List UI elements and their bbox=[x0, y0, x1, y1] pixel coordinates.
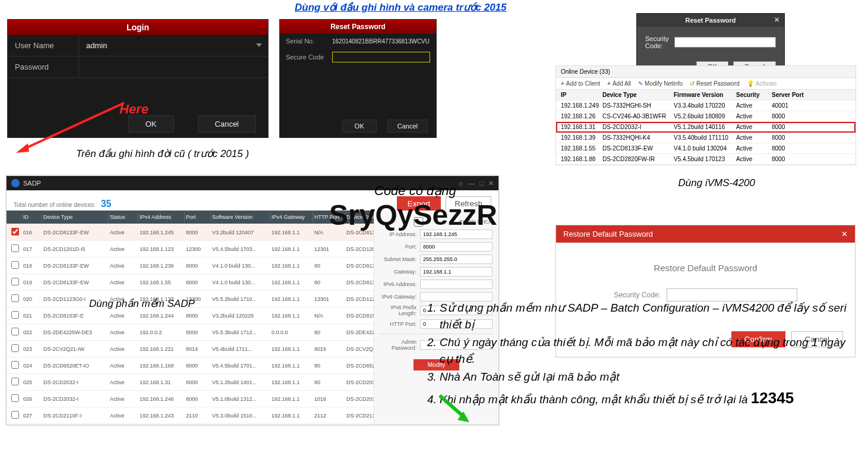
minimize-icon[interactable]: — bbox=[468, 180, 475, 187]
maximize-icon[interactable]: □ bbox=[479, 180, 484, 187]
login-ok-button[interactable]: OK bbox=[128, 115, 174, 133]
cell: 192.0.0.2 bbox=[138, 328, 185, 337]
plus-icon: + bbox=[561, 80, 564, 87]
modify-netinfo-button[interactable]: ✎Modify Netinfo bbox=[638, 80, 683, 87]
col-port[interactable]: Server Port bbox=[772, 92, 807, 98]
cell: 192.168.1.1 bbox=[270, 378, 313, 387]
mask-input[interactable] bbox=[420, 255, 493, 264]
username-input[interactable]: admin bbox=[79, 35, 268, 56]
sadp-col-6[interactable]: Software Version bbox=[211, 212, 270, 222]
sadp-col-5[interactable]: Port bbox=[185, 212, 211, 222]
close-icon[interactable]: ✕ bbox=[774, 16, 779, 24]
row-checkbox[interactable] bbox=[11, 278, 19, 285]
cell-sec: Active bbox=[736, 134, 772, 141]
cell: 192.168.1.236 bbox=[138, 261, 185, 271]
headline-link[interactable]: Dùng với đầu ghi hình và camera trước 20… bbox=[295, 1, 507, 14]
instruction-1: Sử dụng phần mềm như SADP – Batch Config… bbox=[440, 300, 856, 332]
row-checkbox[interactable] bbox=[11, 394, 19, 402]
table-row[interactable]: 028DS-2CD2820FW-IRActive192.168.1.888000… bbox=[7, 424, 374, 425]
login-cancel-button[interactable]: Cancel bbox=[198, 115, 256, 133]
cell: Active bbox=[109, 228, 138, 237]
instruction-3: Nhà An Toàn sẽ gửi lại mã bảo mật bbox=[440, 369, 856, 385]
table-row[interactable]: 017DS-2CD1201D-I5Active192.168.1.1231230… bbox=[7, 241, 374, 258]
cell: DS-2CD6520ET-IO bbox=[42, 361, 109, 370]
security-code-input[interactable] bbox=[674, 37, 776, 48]
cell: V5.1.2build 1401... bbox=[211, 378, 270, 387]
cell: 020 bbox=[22, 294, 42, 304]
sadp-col-7[interactable]: IPv4 Gateway bbox=[270, 212, 313, 222]
row-checkbox[interactable] bbox=[11, 244, 19, 252]
row-checkbox[interactable] bbox=[11, 361, 19, 369]
sadp-col-1[interactable]: ID bbox=[22, 212, 42, 222]
row-checkbox[interactable] bbox=[11, 411, 19, 419]
table-row[interactable]: 023DS-2CV2Q21-IWActive192.168.1.2218014V… bbox=[7, 341, 374, 357]
table-row[interactable]: 025DS-2CD2032-IActive192.168.1.318000V5.… bbox=[7, 374, 374, 391]
col-security[interactable]: Security bbox=[736, 92, 772, 98]
table-row[interactable]: 192.168.1.249DS-7332HGHI-SHV3.3.4build 1… bbox=[556, 101, 856, 111]
table-row[interactable]: 027DS-2CD2110F-IActive192.168.1.2432110V… bbox=[7, 407, 374, 424]
row-checkbox[interactable] bbox=[11, 311, 19, 319]
activate-button[interactable]: 💡Activate bbox=[747, 80, 777, 87]
ipv6a-input[interactable] bbox=[420, 280, 493, 289]
sun-icon[interactable]: ☼ bbox=[457, 180, 463, 187]
col-ip[interactable]: IP bbox=[561, 92, 602, 98]
col-fw[interactable]: Firmware Version bbox=[674, 92, 736, 98]
col-type[interactable]: Device Type bbox=[602, 92, 674, 98]
chevron-down-icon[interactable] bbox=[256, 43, 262, 47]
reset-password-button[interactable]: ↺Reset Password bbox=[690, 80, 740, 87]
password-input[interactable] bbox=[79, 56, 268, 77]
table-row[interactable]: 019DS-2CD8133F-EWActive192.168.1.558000V… bbox=[7, 274, 374, 291]
close-icon[interactable]: ✕ bbox=[841, 230, 848, 238]
table-row[interactable]: 022DS-2DE4225W-DE3Active192.0.0.28000V5.… bbox=[7, 324, 374, 341]
add-all-button[interactable]: +Add All bbox=[607, 80, 631, 87]
port-label: Port: bbox=[380, 244, 420, 250]
cell: V5.5.2build 1710... bbox=[211, 294, 270, 304]
cell: V5.5.3build 1712... bbox=[211, 328, 270, 337]
table-row[interactable]: 024DS-2CD6520ET-IOActive192.168.1.168800… bbox=[7, 357, 374, 374]
cell: DS-2CD8133F-EW bbox=[42, 278, 109, 287]
online-devices-label: Online Device (33) bbox=[561, 68, 610, 75]
cell: DS-2DE4225W-DE320180206CCWR... bbox=[345, 328, 374, 337]
cell: 192.168.1.168 bbox=[138, 361, 185, 370]
row-checkbox[interactable] bbox=[11, 344, 19, 352]
gw-input[interactable] bbox=[420, 267, 493, 277]
table-row[interactable]: 192.168.1.39DS-7332HQHI-K4V3.5.40build 1… bbox=[556, 133, 856, 143]
cell-ip: 192.168.1.55 bbox=[561, 145, 602, 152]
cell: DS-2CD2032-I bbox=[42, 394, 109, 404]
table-row[interactable]: 018DS-2CD8133F-EWActive192.168.1.2368000… bbox=[7, 258, 374, 274]
secure-code-input[interactable] bbox=[332, 52, 430, 62]
sadp-col-0[interactable] bbox=[10, 215, 22, 219]
cell-sec: Active bbox=[736, 102, 772, 109]
port-input[interactable] bbox=[420, 242, 493, 252]
restore-security-code-label: Security Code: bbox=[614, 291, 661, 299]
table-row[interactable]: 192.168.1.55DS-2CD8133F-EWV4.1.0 build 1… bbox=[556, 143, 856, 154]
row-checkbox[interactable] bbox=[11, 228, 19, 236]
table-row[interactable]: 016DS-2CD8133F-EWActive192.168.1.2458000… bbox=[7, 224, 374, 241]
table-row[interactable]: 192.168.1.88DS-2CD2820FW-IRV5.4.5build 1… bbox=[556, 154, 856, 165]
add-to-client-button[interactable]: +Add to Client bbox=[561, 80, 600, 87]
cell: 0.0.0.0 bbox=[270, 328, 313, 337]
restore-subtitle: Restore Default Password bbox=[574, 263, 837, 273]
sadp-logo-icon bbox=[11, 179, 20, 187]
row-checkbox[interactable] bbox=[11, 378, 19, 385]
cell: 192.168.1.1 bbox=[270, 228, 313, 237]
sadp-col-3[interactable]: Status bbox=[109, 212, 138, 222]
table-row[interactable]: 192.168.1.31DS-2CD2032-IV5.1.2build 1401… bbox=[556, 122, 856, 133]
close-icon[interactable]: ✕ bbox=[488, 180, 494, 187]
reset-dark-cancel-button[interactable]: Cancel bbox=[387, 120, 428, 133]
sadp-col-2[interactable]: Device Type bbox=[42, 212, 109, 222]
table-row[interactable]: 021DS-2CD8153F-EActive192.168.1.2448000V… bbox=[7, 307, 374, 324]
svg-line-0 bbox=[23, 103, 124, 149]
cell: 016 bbox=[22, 228, 42, 237]
reset-dark-ok-button[interactable]: OK bbox=[342, 120, 377, 133]
row-checkbox[interactable] bbox=[11, 294, 19, 302]
row-checkbox[interactable] bbox=[11, 261, 19, 269]
table-row[interactable]: 192.168.1.26CS-CV246-A0-3B1WFRV5.2.6buil… bbox=[556, 111, 856, 122]
cell: 022 bbox=[22, 328, 42, 337]
row-checkbox[interactable] bbox=[11, 328, 19, 335]
plus-icon: + bbox=[607, 80, 611, 87]
sadp-col-4[interactable]: IPv4 Address bbox=[138, 212, 185, 222]
table-row[interactable]: 026DS-2CD2032-IActive192.168.1.2468000V5… bbox=[7, 391, 374, 407]
cell-fw: V3.5.40build 171110 bbox=[674, 134, 736, 141]
cell-sec: Active bbox=[736, 113, 772, 120]
